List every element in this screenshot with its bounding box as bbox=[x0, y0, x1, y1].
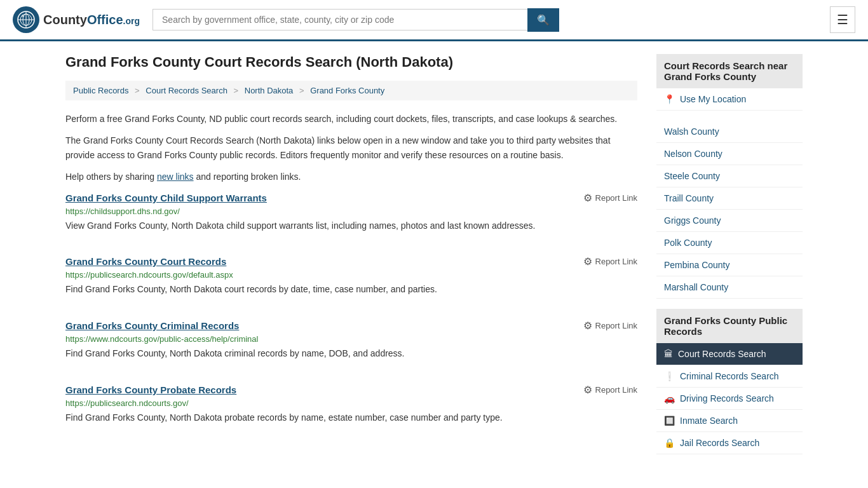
records-list-item[interactable]: 🚗 Driving Records Search bbox=[656, 388, 803, 410]
site-logo-icon bbox=[13, 6, 39, 33]
breadcrumb-sep-1: > bbox=[135, 86, 140, 95]
menu-button[interactable]: ☰ bbox=[830, 6, 855, 33]
result-title-row: Grand Forks County Criminal Records ⚙ Re… bbox=[65, 320, 637, 332]
new-links-link[interactable]: new links bbox=[157, 172, 194, 182]
breadcrumb-court-records[interactable]: Court Records Search bbox=[146, 86, 227, 95]
breadcrumb-sep-2: > bbox=[234, 86, 239, 95]
records-label: Jail Records Search bbox=[680, 438, 759, 448]
county-list-item[interactable]: Traill County bbox=[656, 187, 803, 210]
counties-list: Walsh CountyNelson CountySteele CountyTr… bbox=[656, 121, 803, 299]
county-link[interactable]: Steele County bbox=[656, 165, 803, 187]
logo-area: CountyOffice.org bbox=[13, 6, 140, 33]
result-title-row: Grand Forks County Child Support Warrant… bbox=[65, 192, 637, 204]
report-label: Report Link bbox=[595, 321, 637, 330]
records-link[interactable]: 🏛 Court Records Search bbox=[656, 343, 803, 365]
report-link[interactable]: ⚙ Report Link bbox=[583, 255, 637, 268]
description-3: Help others by sharing new links and rep… bbox=[65, 170, 637, 184]
description-1: Perform a free Grand Forks County, ND pu… bbox=[65, 112, 637, 126]
result-title-link[interactable]: Grand Forks County Criminal Records bbox=[65, 320, 239, 331]
breadcrumb-north-dakota[interactable]: North Dakota bbox=[245, 86, 294, 95]
county-link[interactable]: Pembina County bbox=[656, 254, 803, 276]
report-icon: ⚙ bbox=[583, 192, 592, 204]
records-label: Driving Records Search bbox=[680, 393, 774, 403]
records-list-item[interactable]: 🏛 Court Records Search bbox=[656, 343, 803, 365]
result-url[interactable]: https://publicsearch.ndcourts.gov/defaul… bbox=[65, 270, 637, 280]
description-3-prefix: Help others by sharing bbox=[65, 172, 157, 182]
records-link[interactable]: 🚗 Driving Records Search bbox=[656, 388, 803, 409]
nearby-counties-list: 📍 Use My Location bbox=[656, 88, 803, 111]
records-list-item[interactable]: 🔒 Jail Records Search bbox=[656, 432, 803, 454]
records-icon: 🚗 bbox=[664, 393, 675, 403]
result-item: Grand Forks County Probate Records ⚙ Rep… bbox=[65, 384, 637, 430]
records-list-item[interactable]: ❕ Criminal Records Search bbox=[656, 365, 803, 388]
result-url[interactable]: https://childsupport.dhs.nd.gov/ bbox=[65, 207, 637, 216]
report-label: Report Link bbox=[595, 193, 637, 203]
report-icon: ⚙ bbox=[583, 255, 592, 268]
records-icon: 🔒 bbox=[664, 438, 675, 448]
county-list-item[interactable]: Polk County bbox=[656, 232, 803, 254]
report-icon: ⚙ bbox=[583, 320, 592, 332]
result-url[interactable]: https://publicsearch.ndcourts.gov/ bbox=[65, 398, 637, 408]
report-link[interactable]: ⚙ Report Link bbox=[583, 384, 637, 396]
report-label: Report Link bbox=[595, 257, 637, 266]
results-list: Grand Forks County Child Support Warrant… bbox=[65, 192, 637, 430]
county-link[interactable]: Walsh County bbox=[656, 121, 803, 142]
records-list-item[interactable]: 🔲 Inmate Search bbox=[656, 410, 803, 432]
county-list-item[interactable]: Nelson County bbox=[656, 143, 803, 165]
use-location-link[interactable]: 📍 Use My Location bbox=[656, 88, 803, 110]
public-records-section-title: Grand Forks County Public Records bbox=[656, 309, 803, 343]
result-description: Find Grand Forks County, North Dakota pr… bbox=[65, 411, 637, 425]
header: CountyOffice.org 🔍 ☰ bbox=[0, 0, 868, 41]
result-item: Grand Forks County Criminal Records ⚙ Re… bbox=[65, 320, 637, 366]
result-title-row: Grand Forks County Court Records ⚙ Repor… bbox=[65, 255, 637, 268]
result-item: Grand Forks County Child Support Warrant… bbox=[65, 192, 637, 238]
result-title-link[interactable]: Grand Forks County Probate Records bbox=[65, 384, 236, 395]
search-input[interactable] bbox=[153, 9, 527, 30]
content-area: Grand Forks County Court Records Search … bbox=[65, 54, 637, 454]
result-description: Find Grand Forks County, North Dakota cr… bbox=[65, 347, 637, 361]
result-title-link[interactable]: Grand Forks County Court Records bbox=[65, 256, 226, 267]
county-link[interactable]: Nelson County bbox=[656, 143, 803, 165]
records-icon: 🔲 bbox=[664, 416, 675, 426]
search-button[interactable]: 🔍 bbox=[527, 8, 559, 32]
county-link[interactable]: Traill County bbox=[656, 187, 803, 209]
county-list-item[interactable]: Griggs County bbox=[656, 210, 803, 232]
breadcrumb-public-records[interactable]: Public Records bbox=[73, 86, 128, 95]
records-link[interactable]: ❕ Criminal Records Search bbox=[656, 365, 803, 387]
records-icon: ❕ bbox=[664, 371, 675, 381]
records-link[interactable]: 🔲 Inmate Search bbox=[656, 410, 803, 431]
county-list-item[interactable]: Pembina County bbox=[656, 254, 803, 276]
use-location-item[interactable]: 📍 Use My Location bbox=[656, 88, 803, 111]
result-title-row: Grand Forks County Probate Records ⚙ Rep… bbox=[65, 384, 637, 396]
result-url[interactable]: https://www.ndcourts.gov/public-access/h… bbox=[65, 334, 637, 344]
breadcrumb-sep-3: > bbox=[299, 86, 304, 95]
report-label: Report Link bbox=[595, 385, 637, 395]
report-link[interactable]: ⚙ Report Link bbox=[583, 320, 637, 332]
county-link[interactable]: Griggs County bbox=[656, 210, 803, 231]
records-icon: 🏛 bbox=[664, 349, 673, 359]
county-list-item[interactable]: Steele County bbox=[656, 165, 803, 187]
nearby-section-title: Court Records Search near Grand Forks Co… bbox=[656, 54, 803, 88]
county-list-item[interactable]: Marshall County bbox=[656, 276, 803, 299]
sidebar: Court Records Search near Grand Forks Co… bbox=[656, 54, 803, 454]
county-link[interactable]: Marshall County bbox=[656, 276, 803, 298]
site-name: CountyOffice.org bbox=[43, 13, 140, 27]
breadcrumb-grand-forks[interactable]: Grand Forks County bbox=[310, 86, 384, 95]
result-description: View Grand Forks County, North Dakota ch… bbox=[65, 219, 637, 233]
records-link[interactable]: 🔒 Jail Records Search bbox=[656, 432, 803, 454]
county-list-item[interactable]: Walsh County bbox=[656, 121, 803, 143]
description-2: The Grand Forks County Court Records Sea… bbox=[65, 133, 637, 162]
result-description: Find Grand Forks County, North Dakota co… bbox=[65, 283, 637, 297]
public-records-list: 🏛 Court Records Search ❕ Criminal Record… bbox=[656, 343, 803, 454]
main-container: Grand Forks County Court Records Search … bbox=[53, 41, 815, 467]
search-area: 🔍 bbox=[153, 8, 559, 32]
description-3-suffix: and reporting broken links. bbox=[194, 172, 301, 182]
header-right: ☰ bbox=[824, 6, 855, 33]
use-location-label: Use My Location bbox=[680, 94, 746, 104]
county-link[interactable]: Polk County bbox=[656, 232, 803, 254]
records-label: Court Records Search bbox=[678, 349, 766, 359]
result-title-link[interactable]: Grand Forks County Child Support Warrant… bbox=[65, 193, 267, 203]
breadcrumb: Public Records > Court Records Search > … bbox=[65, 81, 637, 100]
records-label: Inmate Search bbox=[680, 416, 738, 426]
report-link[interactable]: ⚙ Report Link bbox=[583, 192, 637, 204]
